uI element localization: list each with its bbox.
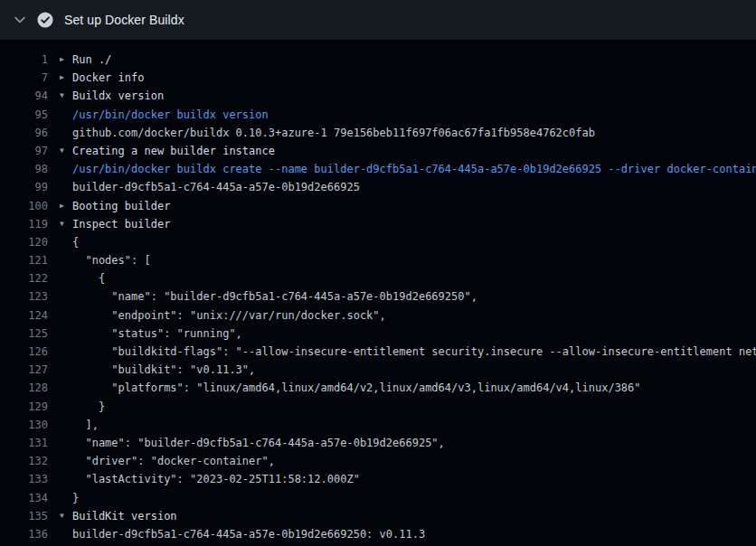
log-line: 130 ], (0, 416, 756, 434)
line-number[interactable]: 131 (0, 434, 48, 452)
log-line[interactable]: 135 ▼ BuildKit version (0, 507, 756, 525)
group-expanded-arrow-icon[interactable]: ▼ (60, 142, 72, 160)
log-line: 127 "buildkit": "v0.11.3", (0, 361, 756, 379)
log-text: "status": "running", (72, 325, 242, 343)
line-number[interactable]: 120 (0, 233, 48, 251)
line-number[interactable]: 136 (0, 525, 48, 543)
line-number[interactable]: 129 (0, 398, 48, 416)
log-line: 136 builder-d9cfb5a1-c764-445a-a57e-0b19… (0, 525, 756, 543)
log-line[interactable]: 1 ▶ Run ./ (0, 51, 756, 69)
log-text: } (72, 489, 79, 507)
line-number[interactable]: 94 (0, 87, 48, 105)
chevron-down-icon (14, 14, 26, 26)
log-line: 132 "driver": "docker-container", (0, 452, 756, 470)
log-text: builder-d9cfb5a1-c764-445a-a57e-0b19d2e6… (72, 178, 360, 196)
log-text: Run ./ (72, 51, 111, 69)
log-text: Docker info (72, 69, 144, 87)
log-line: 96 github.com/docker/buildx 0.10.3+azure… (0, 124, 756, 142)
log-line: 121 "nodes": [ (0, 251, 756, 269)
log-text: { (72, 269, 105, 287)
line-number[interactable]: 128 (0, 379, 48, 397)
check-circle-icon (37, 12, 53, 28)
line-number[interactable]: 121 (0, 251, 48, 269)
log-text: BuildKit version (72, 507, 177, 525)
log-text: Booting builder (72, 197, 170, 215)
step-header[interactable]: Set up Docker Buildx (0, 0, 756, 40)
log-line[interactable]: 7 ▶ Docker info (0, 69, 756, 87)
line-number[interactable]: 124 (0, 306, 48, 325)
log-line: 98 /usr/bin/docker buildx create --name … (0, 160, 756, 178)
line-number[interactable]: 97 (0, 142, 48, 160)
log-text: "nodes": [ (72, 251, 151, 269)
log-line[interactable]: 100 ▶ Booting builder (0, 197, 756, 215)
line-number[interactable]: 96 (0, 124, 48, 142)
line-number[interactable]: 123 (0, 287, 48, 306)
log-text: "platforms": "linux/amd64,linux/amd64/v2… (72, 379, 641, 397)
log-line: 126 "buildkitd-flags": "--allow-insecure… (0, 343, 756, 361)
line-number[interactable]: 119 (0, 215, 48, 233)
line-number[interactable]: 133 (0, 470, 48, 488)
log-text: ], (72, 416, 99, 434)
group-collapsed-arrow-icon[interactable]: ▶ (60, 51, 72, 69)
log-text: /usr/bin/docker buildx create --name bui… (72, 160, 756, 178)
log-text: /usr/bin/docker buildx version (72, 106, 269, 124)
line-number[interactable]: 122 (0, 269, 48, 287)
log-line: 95 /usr/bin/docker buildx version (0, 106, 756, 124)
step-title: Set up Docker Buildx (64, 13, 184, 27)
collapse-step-button[interactable] (13, 13, 27, 27)
log-line: 123 "name": "builder-d9cfb5a1-c764-445a-… (0, 287, 756, 306)
group-expanded-arrow-icon[interactable]: ▼ (60, 87, 72, 105)
line-number[interactable]: 99 (0, 178, 48, 196)
line-number[interactable]: 132 (0, 452, 48, 470)
line-number[interactable]: 127 (0, 361, 48, 379)
log-text: "lastActivity": "2023-02-25T11:58:12.000… (72, 470, 360, 488)
line-number[interactable]: 130 (0, 416, 48, 434)
log-line: 134 } (0, 489, 756, 507)
log-text: } (72, 398, 105, 416)
group-collapsed-arrow-icon[interactable]: ▶ (60, 69, 72, 87)
line-number[interactable]: 95 (0, 106, 48, 124)
log-text: "buildkitd-flags": "--allow-insecure-ent… (72, 343, 756, 361)
group-expanded-arrow-icon[interactable]: ▼ (60, 215, 72, 233)
line-number[interactable]: 7 (0, 69, 48, 87)
log-text: Creating a new builder instance (72, 142, 275, 160)
log-text: "name": "builder-d9cfb5a1-c764-445a-a57e… (72, 287, 477, 306)
log-line: 99 builder-d9cfb5a1-c764-445a-a57e-0b19d… (0, 178, 756, 196)
log-line[interactable]: 97 ▼ Creating a new builder instance (0, 142, 756, 160)
line-number[interactable]: 125 (0, 325, 48, 343)
log-line: 128 "platforms": "linux/amd64,linux/amd6… (0, 379, 756, 397)
line-number[interactable]: 135 (0, 507, 48, 525)
group-collapsed-arrow-icon[interactable]: ▶ (60, 197, 72, 215)
log-text: builder-d9cfb5a1-c764-445a-a57e-0b19d2e6… (72, 525, 425, 543)
log-line: 120 { (0, 233, 756, 251)
log-text: { (72, 233, 79, 251)
line-number[interactable]: 134 (0, 489, 48, 507)
line-number[interactable]: 98 (0, 160, 48, 178)
log-line: 122 { (0, 269, 756, 287)
log-text: Inspect builder (72, 215, 170, 233)
line-number[interactable]: 1 (0, 51, 48, 69)
log-text: github.com/docker/buildx 0.10.3+azure-1 … (72, 124, 595, 142)
log-text: Buildx version (72, 87, 164, 105)
log-line: 125 "status": "running", (0, 325, 756, 343)
log-text: "buildkit": "v0.11.3", (72, 361, 255, 379)
line-number[interactable]: 100 (0, 197, 48, 215)
log-text: "endpoint": "unix:///var/run/docker.sock… (72, 306, 386, 325)
log-lines: 1 ▶ Run ./ 7 ▶ Docker info 94 ▼ Buildx v… (0, 40, 756, 543)
log-line[interactable]: 119 ▼ Inspect builder (0, 215, 756, 233)
log-line: 131 "name": "builder-d9cfb5a1-c764-445a-… (0, 434, 756, 452)
line-number[interactable]: 126 (0, 343, 48, 361)
log-text: "driver": "docker-container", (72, 452, 275, 470)
log-text: "name": "builder-d9cfb5a1-c764-445a-a57e… (72, 434, 445, 452)
log-line: 124 "endpoint": "unix:///var/run/docker.… (0, 306, 756, 325)
group-expanded-arrow-icon[interactable]: ▼ (60, 507, 72, 525)
log-line[interactable]: 94 ▼ Buildx version (0, 87, 756, 105)
log-line: 129 } (0, 398, 756, 416)
log-line: 133 "lastActivity": "2023-02-25T11:58:12… (0, 470, 756, 488)
